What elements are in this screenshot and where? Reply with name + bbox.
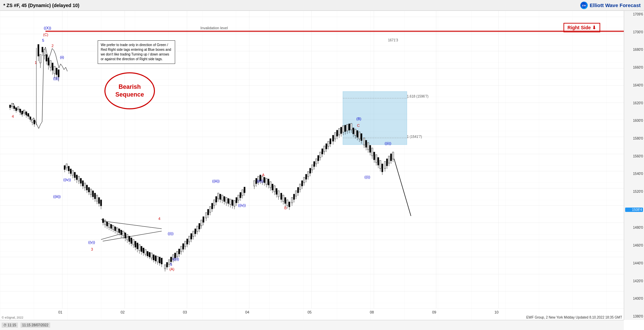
svg-rect-314 bbox=[305, 174, 307, 179]
svg-rect-168 bbox=[147, 251, 148, 256]
svg-rect-226 bbox=[207, 209, 209, 215]
svg-rect-382 bbox=[376, 155, 377, 162]
svg-rect-128 bbox=[106, 222, 108, 226]
svg-rect-234 bbox=[216, 196, 217, 202]
svg-rect-186 bbox=[166, 262, 168, 267]
svg-rect-260 bbox=[242, 190, 243, 195]
svg-rect-368 bbox=[361, 134, 362, 141]
svg-rect-86 bbox=[66, 164, 67, 168]
esignal-text: © eSignal, 2022 bbox=[2, 316, 23, 319]
svg-text:(A): (A) bbox=[169, 267, 174, 271]
svg-rect-94 bbox=[74, 172, 75, 178]
svg-text:A: A bbox=[262, 173, 265, 177]
svg-rect-282 bbox=[272, 184, 273, 190]
svg-rect-256 bbox=[238, 195, 239, 200]
svg-rect-262 bbox=[244, 187, 245, 193]
svg-rect-218 bbox=[199, 223, 200, 229]
esignal-copyright: © eSignal, 2022 bbox=[2, 316, 23, 319]
svg-rect-92 bbox=[72, 171, 73, 175]
svg-rect-116 bbox=[96, 195, 98, 201]
svg-text:((iv)): ((iv)) bbox=[63, 178, 71, 182]
svg-text:((X)): ((X)) bbox=[44, 26, 51, 30]
svg-rect-254 bbox=[236, 197, 237, 203]
svg-text:01: 01 bbox=[58, 310, 62, 314]
svg-rect-300 bbox=[291, 197, 293, 203]
svg-rect-358 bbox=[351, 123, 352, 130]
svg-rect-330 bbox=[322, 149, 323, 154]
svg-rect-322 bbox=[314, 161, 315, 167]
svg-rect-210 bbox=[191, 233, 192, 239]
svg-rect-230 bbox=[212, 203, 213, 209]
clock-icon: ⏱ bbox=[3, 323, 7, 327]
svg-text:((i)): ((i)) bbox=[168, 231, 173, 235]
svg-rect-49 bbox=[24, 110, 25, 113]
svg-rect-140 bbox=[119, 229, 120, 233]
svg-rect-51 bbox=[26, 112, 27, 115]
svg-text:(C): (C) bbox=[43, 33, 48, 37]
svg-text:4: 4 bbox=[12, 114, 14, 118]
svg-rect-53 bbox=[28, 113, 29, 116]
svg-rect-342 bbox=[334, 133, 336, 139]
svg-rect-70 bbox=[46, 54, 47, 61]
svg-rect-41 bbox=[15, 108, 17, 111]
chart-svg: ((X)) (C) 5 2 (ii) 1 ((i)) 4 ((iv)) ((ii… bbox=[0, 11, 624, 320]
svg-text:C: C bbox=[357, 123, 360, 127]
svg-text:((iii)): ((iii)) bbox=[212, 179, 220, 183]
svg-rect-198 bbox=[179, 249, 180, 254]
time-display: ⏱ 11:15 bbox=[2, 323, 18, 328]
ewf-group-info: EWF Group, 2 New York Midday Updated 8.1… bbox=[526, 316, 622, 319]
svg-rect-240 bbox=[222, 195, 223, 200]
svg-rect-328 bbox=[320, 152, 321, 157]
svg-rect-178 bbox=[157, 256, 158, 262]
svg-rect-216 bbox=[197, 226, 198, 231]
svg-rect-250 bbox=[232, 200, 233, 206]
svg-rect-286 bbox=[276, 188, 277, 194]
svg-rect-280 bbox=[270, 182, 271, 188]
trade-direction-text: We prefer to trade only in direction of … bbox=[101, 43, 171, 61]
svg-text:1 (1541'7): 1 (1541'7) bbox=[407, 135, 422, 139]
svg-rect-384 bbox=[378, 157, 379, 165]
trade-direction-textbox: We prefer to trade only in direction of … bbox=[98, 40, 175, 64]
current-price-label: 1508'4 bbox=[625, 208, 643, 212]
svg-text:08: 08 bbox=[370, 310, 374, 314]
svg-rect-356 bbox=[349, 124, 350, 130]
svg-rect-388 bbox=[382, 164, 383, 172]
svg-rect-316 bbox=[308, 172, 309, 177]
svg-rect-362 bbox=[355, 129, 356, 136]
svg-text:02: 02 bbox=[121, 310, 125, 314]
svg-rect-380 bbox=[374, 152, 375, 160]
svg-rect-302 bbox=[293, 194, 295, 199]
svg-rect-108 bbox=[88, 187, 90, 192]
price-label-1480: 1480'0 bbox=[625, 226, 643, 229]
svg-rect-45 bbox=[20, 109, 21, 112]
price-label-1380: 1380'0 bbox=[625, 315, 643, 318]
svg-rect-284 bbox=[274, 186, 275, 192]
svg-rect-350 bbox=[343, 126, 344, 132]
svg-rect-248 bbox=[230, 199, 231, 205]
svg-rect-264 bbox=[254, 181, 255, 186]
svg-rect-344 bbox=[336, 130, 338, 136]
svg-rect-90 bbox=[70, 169, 71, 174]
svg-rect-324 bbox=[316, 159, 317, 164]
svg-rect-398 bbox=[392, 152, 394, 159]
svg-rect-188 bbox=[168, 260, 170, 264]
svg-rect-334 bbox=[326, 144, 327, 149]
price-label-1460: 1460'0 bbox=[625, 244, 643, 247]
svg-rect-72 bbox=[48, 58, 49, 65]
svg-rect-132 bbox=[110, 224, 112, 228]
svg-rect-164 bbox=[143, 248, 144, 253]
svg-rect-124 bbox=[102, 219, 104, 223]
svg-rect-310 bbox=[301, 181, 303, 186]
svg-rect-112 bbox=[92, 191, 94, 197]
price-label-1520: 1520'0 bbox=[625, 190, 643, 193]
svg-rect-308 bbox=[299, 184, 301, 189]
svg-rect-228 bbox=[210, 207, 211, 212]
svg-rect-258 bbox=[240, 192, 241, 198]
svg-rect-252 bbox=[234, 200, 235, 206]
svg-rect-57 bbox=[32, 119, 33, 122]
date-value: 11:15 28/07/2022 bbox=[22, 323, 49, 327]
svg-rect-144 bbox=[123, 231, 124, 236]
svg-text:10: 10 bbox=[494, 310, 498, 314]
chart-title: * ZS #F, 45 (Dynamic) (delayed 10) bbox=[3, 3, 79, 8]
svg-rect-110 bbox=[90, 189, 92, 194]
